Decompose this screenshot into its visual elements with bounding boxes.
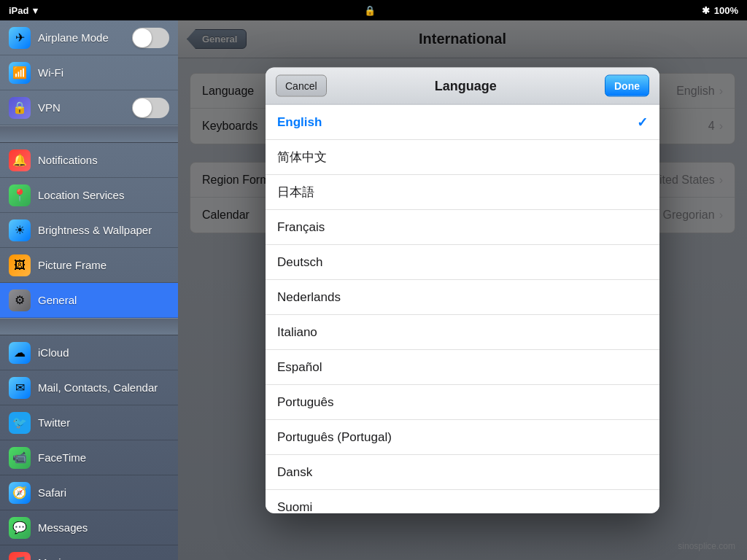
- sidebar-label-brightness: Brightness & Wallpaper: [38, 224, 152, 236]
- modal-title: Language: [327, 78, 605, 93]
- bluetooth-icon: ✱: [702, 5, 710, 16]
- language-label-danish: Dansk: [277, 464, 312, 479]
- language-label-portuguese-pt: Português (Portugal): [277, 429, 392, 444]
- picture-icon: 🖼: [9, 254, 31, 276]
- sidebar-item-picture[interactable]: 🖼Picture Frame: [0, 248, 178, 283]
- sidebar-label-mail: Mail, Contacts, Calendar: [38, 381, 158, 394]
- language-item-portuguese-pt[interactable]: Português (Portugal): [266, 420, 659, 455]
- sidebar-label-icloud: iCloud: [38, 346, 69, 359]
- device-name: iPad: [9, 5, 28, 16]
- language-label-japanese: 日本語: [277, 184, 314, 201]
- language-label-spanish: Español: [277, 359, 322, 374]
- status-bar-left: iPad ▾: [9, 5, 38, 16]
- status-bar-right: ✱ 100%: [702, 5, 738, 16]
- sidebar-item-safari[interactable]: 🧭Safari: [0, 475, 178, 510]
- sidebar-item-mail[interactable]: ✉Mail, Contacts, Calendar: [0, 370, 178, 405]
- language-item-danish[interactable]: Dansk: [266, 455, 659, 490]
- sidebar-item-airplane[interactable]: ✈Airplane Mode: [0, 20, 178, 55]
- modal-header: Cancel Language Done: [266, 68, 659, 105]
- sidebar-item-vpn[interactable]: 🔒VPN: [0, 90, 178, 125]
- language-item-french[interactable]: Français: [266, 210, 659, 245]
- sidebar-label-general: General: [38, 294, 77, 306]
- modal-cancel-button[interactable]: Cancel: [276, 75, 327, 97]
- language-label-french: Français: [277, 219, 325, 234]
- language-item-italian[interactable]: Italiano: [266, 315, 659, 350]
- language-label-simplified-chinese: 简体中文: [277, 149, 327, 166]
- status-bar: iPad ▾ 🔒 ✱ 100%: [0, 0, 747, 20]
- main-layout: ✈Airplane Mode📶Wi-Fi🔒VPN🔔Notifications📍L…: [0, 20, 747, 560]
- sidebar-item-brightness[interactable]: ☀Brightness & Wallpaper: [0, 213, 178, 248]
- twitter-icon: 🐦: [9, 412, 31, 434]
- right-panel: General International LanguageEnglish›Ke…: [178, 20, 747, 560]
- sidebar-label-music: Music: [38, 556, 66, 560]
- modal-done-button[interactable]: Done: [605, 75, 649, 97]
- sidebar: ✈Airplane Mode📶Wi-Fi🔒VPN🔔Notifications📍L…: [0, 20, 178, 560]
- language-item-finnish[interactable]: Suomi: [266, 490, 659, 513]
- brightness-icon: ☀: [9, 219, 31, 241]
- toggle-vpn[interactable]: [132, 98, 169, 118]
- icloud-icon: ☁: [9, 342, 31, 364]
- sidebar-item-icloud[interactable]: ☁iCloud: [0, 335, 178, 370]
- sidebar-label-notifications: Notifications: [38, 154, 98, 166]
- sidebar-item-facetime[interactable]: 📹FaceTime: [0, 440, 178, 475]
- sidebar-item-messages[interactable]: 💬Messages: [0, 510, 178, 545]
- language-label-german: Deutsch: [277, 254, 322, 269]
- facetime-icon: 📹: [9, 447, 31, 469]
- location-icon: 📍: [9, 184, 31, 206]
- language-label-finnish: Suomi: [277, 500, 312, 513]
- sidebar-divider-1: [0, 125, 178, 143]
- language-modal: Cancel Language Done English✓简体中文日本語Fran…: [266, 68, 659, 513]
- sidebar-item-music[interactable]: 🎵Music: [0, 545, 178, 560]
- sidebar-label-messages: Messages: [38, 521, 88, 534]
- status-bar-center: 🔒: [364, 5, 376, 16]
- toggle-airplane[interactable]: [132, 28, 169, 48]
- airplane-icon: ✈: [9, 27, 31, 49]
- sidebar-item-notifications[interactable]: 🔔Notifications: [0, 143, 178, 178]
- notifications-icon: 🔔: [9, 149, 31, 171]
- sidebar-label-safari: Safari: [38, 486, 66, 499]
- sidebar-label-facetime: FaceTime: [38, 451, 86, 464]
- language-item-german[interactable]: Deutsch: [266, 245, 659, 280]
- vpn-icon: 🔒: [9, 97, 31, 119]
- sidebar-label-picture: Picture Frame: [38, 259, 107, 271]
- music-icon: 🎵: [9, 552, 31, 561]
- language-item-simplified-chinese[interactable]: 简体中文: [266, 140, 659, 175]
- sidebar-item-twitter[interactable]: 🐦Twitter: [0, 405, 178, 440]
- sidebar-label-wifi: Wi-Fi: [38, 66, 63, 79]
- checkmark-icon: ✓: [637, 114, 648, 130]
- general-icon: ⚙: [9, 289, 31, 311]
- sidebar-label-airplane: Airplane Mode: [38, 31, 109, 44]
- language-label-italian: Italiano: [277, 324, 317, 339]
- sidebar-label-location: Location Services: [38, 189, 124, 201]
- language-item-dutch[interactable]: Nederlands: [266, 280, 659, 315]
- lock-icon: 🔒: [364, 5, 376, 16]
- wifi-icon: ▾: [33, 5, 38, 16]
- language-item-spanish[interactable]: Español: [266, 350, 659, 385]
- language-label-portuguese: Português: [277, 394, 334, 409]
- language-item-portuguese[interactable]: Português: [266, 385, 659, 420]
- language-item-english[interactable]: English✓: [266, 105, 659, 140]
- sidebar-label-vpn: VPN: [38, 101, 61, 114]
- language-label-english: English: [277, 114, 322, 129]
- sidebar-item-general[interactable]: ⚙General: [0, 283, 178, 318]
- sidebar-item-wifi[interactable]: 📶Wi-Fi: [0, 55, 178, 90]
- language-label-dutch: Nederlands: [277, 289, 341, 304]
- language-item-japanese[interactable]: 日本語: [266, 175, 659, 210]
- sidebar-item-location[interactable]: 📍Location Services: [0, 178, 178, 213]
- battery-label: 100%: [714, 5, 738, 16]
- mail-icon: ✉: [9, 377, 31, 399]
- sidebar-divider-2: [0, 318, 178, 335]
- messages-icon: 💬: [9, 517, 31, 539]
- wifi-icon: 📶: [9, 62, 31, 84]
- language-list: English✓简体中文日本語FrançaisDeutschNederlands…: [266, 105, 659, 513]
- sidebar-label-twitter: Twitter: [38, 416, 70, 429]
- safari-icon: 🧭: [9, 482, 31, 504]
